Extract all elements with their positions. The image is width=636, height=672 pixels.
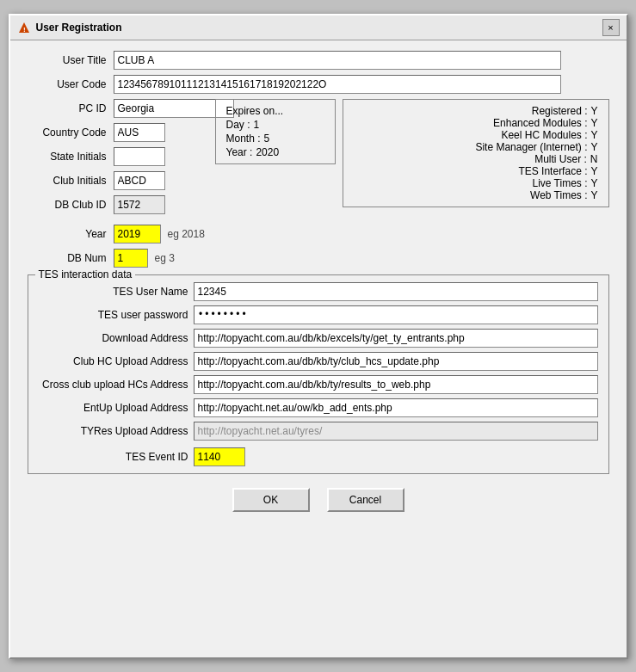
user-code-row: User Code <box>28 75 609 94</box>
tes-password-label: TES user password <box>39 309 194 321</box>
month-value: 5 <box>264 133 270 145</box>
enhanced-label: Enhanced Modules : <box>493 117 587 129</box>
tes-password-row: TES user password <box>39 305 598 324</box>
registered-value: Y <box>590 105 597 117</box>
tyres-row: TYRes Upload Address <box>39 422 598 441</box>
download-addr-row: Download Address <box>39 329 598 348</box>
state-initials-label: State Initials <box>28 151 114 163</box>
tyres-input[interactable] <box>194 422 598 441</box>
event-id-input[interactable] <box>194 447 245 466</box>
db-club-id-row: DB Club ID <box>28 195 208 214</box>
club-hc-label: Club HC Upload Address <box>39 355 194 367</box>
pc-id-label: PC ID <box>28 102 114 114</box>
form-content: User Title User Code PC ID Country Code <box>10 40 627 533</box>
site-manager-row: Site Manager (Internet) : Y <box>354 141 598 153</box>
user-registration-window: ! User Registration × User Title User Co… <box>9 14 628 659</box>
event-id-label: TES Event ID <box>39 451 194 463</box>
keel-label: Keel HC Modules : <box>501 129 587 141</box>
tyres-label: TYRes Upload Address <box>39 425 194 437</box>
site-manager-value: Y <box>590 141 597 153</box>
tes-group-legend: TES interaction data <box>35 268 136 281</box>
registered-row: Registered : Y <box>354 105 598 117</box>
year-row: Year eg 2018 <box>28 225 609 244</box>
user-code-label: User Code <box>28 78 114 90</box>
state-initials-input[interactable] <box>114 147 165 166</box>
expires-year-value: 2020 <box>256 146 279 158</box>
button-row: OK Cancel <box>28 488 609 522</box>
country-code-row: Country Code <box>28 123 208 142</box>
month-label: Month : <box>226 133 261 145</box>
expires-title: Expires on... <box>226 105 324 117</box>
club-hc-input[interactable] <box>194 352 598 371</box>
enhanced-row: Enhanced Modules : Y <box>354 117 598 129</box>
tes-group-box: TES interaction data TES User Name TES u… <box>28 274 609 474</box>
tes-password-input[interactable] <box>194 305 598 324</box>
window-title: User Registration <box>36 22 122 34</box>
multi-user-row: Multi User : N <box>354 153 598 165</box>
club-hc-row: Club HC Upload Address <box>39 352 598 371</box>
entup-label: EntUp Upload Address <box>39 402 194 414</box>
cross-club-label: Cross club upload HCs Address <box>39 379 194 391</box>
user-title-label: User Title <box>28 54 114 66</box>
user-title-input[interactable] <box>114 51 561 70</box>
close-button[interactable]: × <box>602 19 620 36</box>
tes-username-input[interactable] <box>194 282 598 301</box>
db-num-label: DB Num <box>28 252 114 264</box>
entup-row: EntUp Upload Address <box>39 398 598 417</box>
club-initials-input[interactable] <box>114 171 165 190</box>
day-value: 1 <box>254 119 260 131</box>
cross-club-row: Cross club upload HCs Address <box>39 375 598 394</box>
tes-username-row: TES User Name <box>39 282 598 301</box>
tes-interface-value: Y <box>590 165 597 177</box>
club-initials-row: Club Initials <box>28 171 208 190</box>
year-hint: eg 2018 <box>168 228 205 240</box>
user-title-row: User Title <box>28 51 609 70</box>
web-times-value: Y <box>590 189 597 201</box>
title-bar: ! User Registration × <box>10 15 627 40</box>
db-num-row: DB Num eg 3 <box>28 249 609 268</box>
download-addr-label: Download Address <box>39 332 194 344</box>
tes-interface-label: TES Interface : <box>518 165 587 177</box>
state-initials-row: State Initials <box>28 147 208 166</box>
entup-input[interactable] <box>194 398 598 417</box>
day-label: Day : <box>226 119 250 131</box>
enhanced-value: Y <box>590 117 597 129</box>
svg-text:!: ! <box>23 26 26 34</box>
event-id-row: TES Event ID <box>39 447 598 466</box>
year-input[interactable] <box>114 225 161 244</box>
multi-user-value: N <box>590 153 598 165</box>
club-initials-label: Club Initials <box>28 175 114 187</box>
live-times-row: Live Times : Y <box>354 177 598 189</box>
db-club-id-label: DB Club ID <box>28 199 114 211</box>
keel-value: Y <box>590 129 597 141</box>
year-label: Year <box>28 228 114 240</box>
live-times-value: Y <box>590 177 597 189</box>
window-icon: ! <box>17 21 31 34</box>
ok-button[interactable]: OK <box>232 488 310 512</box>
db-num-hint: eg 3 <box>155 252 175 264</box>
tes-interface-row: TES Interface : Y <box>354 165 598 177</box>
web-times-label: Web Times : <box>530 189 587 201</box>
country-code-label: Country Code <box>28 126 114 139</box>
multi-user-label: Multi User : <box>534 153 587 165</box>
db-num-input[interactable] <box>114 249 148 268</box>
tes-username-label: TES User Name <box>39 286 194 298</box>
cross-club-input[interactable] <box>194 375 598 394</box>
web-times-row: Web Times : Y <box>354 189 598 201</box>
keel-row: Keel HC Modules : Y <box>354 129 598 141</box>
db-club-id-input[interactable] <box>114 195 165 214</box>
expires-box: Expires on... Day : 1 Month : 5 Year : 2… <box>215 99 336 164</box>
download-addr-input[interactable] <box>194 329 598 348</box>
pc-id-row: PC ID <box>28 99 208 118</box>
cancel-button[interactable]: Cancel <box>327 488 404 512</box>
title-bar-left: ! User Registration <box>17 21 122 34</box>
user-code-input[interactable] <box>114 75 561 94</box>
expires-year-label: Year : <box>226 146 253 158</box>
registered-box: Registered : Y Enhanced Modules : Y Keel… <box>343 99 609 207</box>
registered-label: Registered : <box>532 105 588 117</box>
live-times-label: Live Times : <box>532 177 587 189</box>
site-manager-label: Site Manager (Internet) : <box>475 141 587 153</box>
country-code-input[interactable] <box>114 123 165 142</box>
